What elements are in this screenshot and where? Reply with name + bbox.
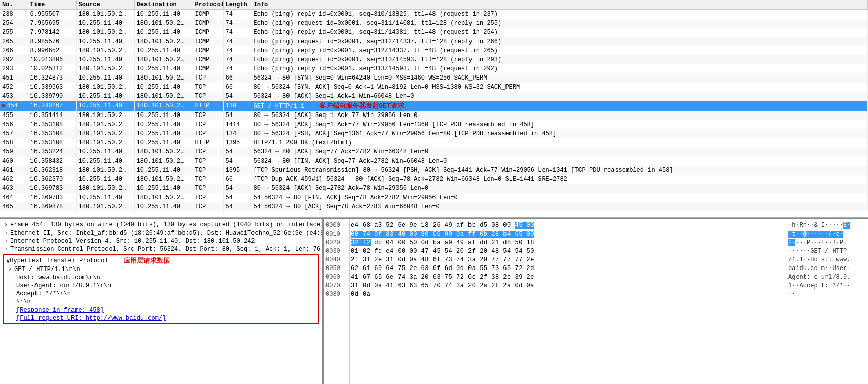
cell-info: 56324 → 80 [ACK] Seq=77 Ack=2782 Win=660… — [251, 147, 868, 157]
cell-no: 451 — [0, 73, 28, 83]
cell-info: 80 → 56324 [ACK] Seq=1 Ack=77 Win=29056 … — [251, 120, 868, 129]
packet-list[interactable]: No. Time Source Destination Protocol Len… — [0, 0, 868, 218]
table-row[interactable]: 452 16.339563 180.101.50.2… 10.255.11.40… — [0, 83, 868, 92]
http-child-label: \r\n — [16, 298, 31, 305]
detail-panel[interactable]: › Frame 454: 130 bytes on wire (1040 bit… — [0, 219, 324, 384]
cell-dst: 180.101.50.2… — [134, 37, 193, 46]
detail-item[interactable]: › Frame 454: 130 bytes on wire (1040 bit… — [1, 221, 321, 229]
hex-bytes: 2f 31 2e 31 0d 0a 48 6f 73 74 3a 20 77 7… — [351, 256, 786, 263]
cell-dst: 180.101.50.2… — [134, 175, 193, 184]
row-marker: ► — [2, 102, 6, 109]
cell-info: 54 56324 → 80 [ACK] Seq=78 Ack=2783 Win=… — [251, 202, 868, 211]
cell-info: Echo (ping) request id=0x0001, seq=311/1… — [251, 19, 868, 28]
table-row[interactable]: 459 16.353224 10.255.11.40 180.101.50.2…… — [0, 147, 868, 157]
cell-time: 7.965695 — [28, 19, 76, 28]
http-child-label[interactable]: [Response in frame: 458] — [16, 306, 104, 314]
http-child-label[interactable]: [Full request URI: http://www.baidu.com/… — [16, 315, 166, 322]
hex-ascii-row: ·t··@······(·e· — [788, 229, 867, 238]
hex-bytes: 0d 0a — [351, 291, 786, 298]
table-row[interactable]: 456 16.353108 180.101.50.2… 10.255.11.40… — [0, 120, 868, 129]
cell-len: 1414 — [223, 120, 251, 129]
cell-info: [TCP Spurious Retransmission] 80 → 56324… — [251, 166, 868, 175]
http-expand-arrow: ∨ — [6, 257, 10, 265]
hex-bytes-row: 00 74 9f 83 40 00 80 06 00 0a ff 0b 28 b… — [351, 229, 786, 238]
cell-time: 16.340267 — [28, 101, 76, 111]
detail-item[interactable]: › Internet Protocol Version 4, Src: 10.2… — [1, 237, 321, 245]
cell-info: 56324 → 80 [FIN, ACK] Seq=77 Ack=2782 Wi… — [251, 157, 868, 166]
cell-proto: TCP — [193, 166, 223, 175]
cell-no: 456 — [0, 120, 28, 129]
cell-src: 10.255.11.40 — [76, 193, 134, 202]
table-row[interactable]: 238 6.955507 180.101.50.2… 10.255.11.40 … — [0, 10, 868, 19]
hex-bytes-container: e4 68 a3 52 6e 9e 18 26 49 af bb d5 08 0… — [351, 221, 786, 298]
hex-offset: 0020 — [326, 239, 348, 246]
hex-offset-row: 0010 — [326, 229, 348, 238]
cell-no: 458 — [0, 138, 28, 147]
cell-src: 180.101.50.2… — [76, 202, 134, 211]
cell-dst: 180.101.50.2… — [134, 73, 193, 83]
cell-no: 463 — [0, 184, 28, 193]
cell-dst: 10.255.11.40 — [134, 202, 193, 211]
cell-src: 180.101.50.2… — [76, 64, 134, 73]
hex-offset: 0010 — [326, 231, 348, 238]
cell-dst: 180.101.50.2… — [134, 193, 193, 202]
cell-dst: 180.101.50.2… — [134, 157, 193, 166]
detail-arrow: › — [4, 246, 10, 253]
hex-ascii: 2····P···I··!·P· — [788, 239, 847, 246]
detail-item[interactable]: › Transmission Control Protocol, Src Por… — [1, 245, 321, 253]
cell-len: 54 — [223, 157, 251, 166]
table-row[interactable]: 457 16.353108 180.101.50.2… 10.255.11.40… — [0, 129, 868, 138]
cell-len: 54 — [223, 92, 251, 101]
cell-dst: 180.101.50.2… — [134, 101, 193, 111]
cell-src: 10.255.11.40 — [76, 55, 134, 64]
table-row[interactable]: ►454 16.340267 10.255.11.40 180.101.50.2… — [0, 101, 868, 111]
table-row[interactable]: 293 10.025312 180.101.50.2… 10.255.11.40… — [0, 64, 868, 73]
detail-item[interactable]: › Ethernet II, Src: Intel_af:bb:d5 (18:2… — [1, 229, 321, 237]
hex-bytes-row: 0d 0a — [351, 290, 786, 298]
cell-no: 238 — [0, 10, 28, 19]
cell-src: 180.101.50.2… — [76, 111, 134, 120]
table-row[interactable]: 255 7.978142 180.101.50.2… 10.255.11.40 … — [0, 28, 868, 37]
table-row[interactable]: 265 8.985576 10.255.11.40 180.101.50.2… … — [0, 37, 868, 46]
hex-ascii: ·h·Rn··& I·····E· — [788, 222, 850, 229]
cell-no: 265 — [0, 37, 28, 46]
cell-info: HTTP/1.1 200 OK (text/html) — [251, 138, 868, 147]
http-section-title: Hypertext Transfer Protocol — [10, 257, 108, 264]
table-row[interactable]: 465 16.369878 180.101.50.2… 10.255.11.40… — [0, 202, 868, 211]
header-source: Source — [76, 0, 134, 10]
table-row[interactable]: 463 16.369783 180.101.50.2… 10.255.11.40… — [0, 184, 868, 193]
table-row[interactable]: 461 16.362318 180.101.50.2… 10.255.11.40… — [0, 166, 868, 175]
cell-dst: 180.101.50.2… — [134, 19, 193, 28]
cell-no: 459 — [0, 147, 28, 157]
hex-offset: 0080 — [326, 291, 348, 298]
table-row[interactable]: 460 16.358432 10.255.11.40 180.101.50.2…… — [0, 157, 868, 166]
table-row[interactable]: 266 8.996652 180.101.50.2… 10.255.11.40 … — [0, 46, 868, 55]
header-protocol: Protocol — [193, 0, 223, 10]
hex-bytes: 32 f2 dc 04 00 50 0d ba a9 49 af dd 21 d… — [351, 239, 786, 246]
hex-offset: 0000 — [326, 222, 348, 229]
table-row[interactable]: 292 10.013806 10.255.11.40 180.101.50.2…… — [0, 55, 868, 64]
hex-offset-row: 0000 — [326, 221, 348, 229]
cell-info: 80 → 56324 [ACK] Seq=1 Ack=77 Win=29056 … — [251, 111, 868, 120]
cell-time: 16.358432 — [28, 157, 76, 166]
detail-arrow: › — [4, 229, 10, 237]
table-row[interactable]: 464 16.369783 10.255.11.40 180.101.50.2…… — [0, 193, 868, 202]
hex-ascii-row: ······GET / HTTP — [788, 247, 867, 255]
hex-ascii-panel: ·h·Rn··& I·····E··t··@······(·e·2····P··… — [787, 219, 868, 384]
http-detail-item: › GET / HTTP/1.1\r\n — [6, 265, 316, 274]
table-row[interactable]: 458 16.353108 180.101.50.2… 10.255.11.40… — [0, 138, 868, 147]
cell-no: ►454 — [0, 101, 28, 111]
table-row[interactable]: 451 16.324873 10.255.11.40 180.101.50.2…… — [0, 73, 868, 83]
cell-info: Echo (ping) reply id=0x0001, seq=311/140… — [251, 28, 868, 37]
cell-dst: 10.255.11.40 — [134, 111, 193, 120]
http-title-row[interactable]: ∨ Hypertext Transfer Protocol 应用层请求数据 — [6, 256, 316, 265]
table-row[interactable]: 453 16.339790 10.255.11.40 180.101.50.2…… — [0, 92, 868, 101]
table-row[interactable]: 455 16.351414 180.101.50.2… 10.255.11.40… — [0, 111, 868, 120]
hex-bytes: 41 67 65 6e 74 3a 20 63 75 72 6c 2f 38 2… — [351, 274, 786, 281]
table-row[interactable]: 462 16.362370 10.255.11.40 180.101.50.2…… — [0, 175, 868, 184]
http-section-box: ∨ Hypertext Transfer Protocol 应用层请求数据 › … — [3, 254, 319, 324]
cell-proto: TCP — [193, 73, 223, 83]
table-row[interactable]: 254 7.965695 10.255.11.40 180.101.50.2… … — [0, 19, 868, 28]
cell-time: 10.025312 — [28, 64, 76, 73]
cell-no: 455 — [0, 111, 28, 120]
